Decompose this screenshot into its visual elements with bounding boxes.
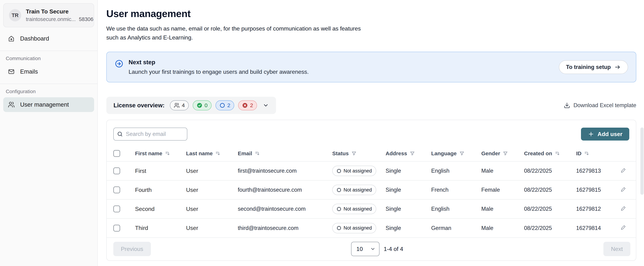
column-label: Created on (524, 150, 552, 157)
column-label: ID (576, 150, 582, 157)
cell-language: English (431, 161, 481, 180)
edit-icon[interactable] (620, 167, 626, 173)
sort-icon (555, 151, 560, 156)
status-label: Not assigned (344, 225, 372, 231)
row-checkbox[interactable] (113, 225, 120, 232)
edit-icon[interactable] (620, 224, 626, 230)
row-checkbox[interactable] (113, 167, 120, 174)
download-label: Download Excel template (574, 102, 636, 109)
table-toolbar: Add user (107, 120, 636, 146)
badge-failed: 2 (238, 100, 257, 110)
to-training-setup-button[interactable]: To training setup (559, 60, 628, 74)
cell-first-name: Second (135, 199, 186, 219)
edit-icon[interactable] (620, 205, 626, 211)
x-circle-icon (242, 102, 248, 108)
circle-icon (220, 102, 225, 108)
sidebar: TR Train To Secure traintosecure.onmic..… (0, 0, 98, 266)
column-label: Last name (186, 150, 213, 157)
arrow-right-circle-icon (114, 59, 124, 68)
table-row: Third User third@traintosecure.com Not a… (107, 219, 636, 238)
pagination: Previous 10 1-4 of 4 Next (107, 238, 636, 261)
column-header-status[interactable]: Status (332, 150, 357, 157)
row-checkbox[interactable] (113, 206, 120, 212)
sidebar-item-emails[interactable]: Emails (3, 64, 94, 79)
cell-gender: Female (481, 180, 524, 199)
cell-gender: Male (481, 219, 524, 238)
badge-value: 0 (204, 102, 208, 108)
column-label: Status (332, 150, 349, 157)
table-row: First User first@traintosecure.com Not a… (107, 161, 636, 180)
badge-pending: 2 (216, 100, 234, 110)
arrow-right-icon (614, 64, 621, 70)
to-training-setup-label: To training setup (566, 64, 611, 70)
sidebar-item-dashboard[interactable]: Dashboard (3, 31, 94, 46)
sidebar-section-communication: Communication (6, 56, 94, 61)
filter-icon (410, 151, 415, 156)
pagination-range: 1-4 of 4 (384, 246, 403, 252)
edit-icon[interactable] (620, 186, 626, 192)
sidebar-item-user-management[interactable]: User management (3, 97, 94, 112)
column-header-language[interactable]: Language (431, 150, 464, 157)
circle-icon (336, 207, 342, 212)
badge-value: 2 (227, 102, 230, 108)
cell-gender: Male (481, 161, 524, 180)
license-row: License overview: 4 0 2 2 (106, 97, 636, 114)
sort-icon (584, 151, 590, 156)
app-root: TR Train To Secure traintosecure.onmic..… (0, 0, 644, 266)
filter-icon (503, 151, 508, 156)
status-badge: Not assigned (332, 166, 376, 176)
org-name: Train To Secure (26, 8, 88, 15)
scrollbar-thumb[interactable] (640, 127, 644, 195)
main-content: User management We use the data such as … (98, 0, 644, 266)
mail-icon (8, 68, 15, 75)
add-user-label: Add user (598, 131, 622, 137)
sort-icon (255, 151, 260, 156)
users-table-card: Add user First name Last name Email Stat… (106, 120, 636, 261)
column-header-gender[interactable]: Gender (481, 150, 508, 157)
avatar: TR (9, 9, 21, 21)
status-badge: Not assigned (332, 223, 376, 233)
sidebar-divider (0, 84, 97, 84)
cell-last-name: User (186, 180, 238, 199)
cell-created-on: 08/22/2025 (524, 199, 576, 219)
column-header-id[interactable]: ID (576, 150, 590, 157)
page-size-select[interactable]: 10 (351, 242, 380, 256)
cell-first-name: Fourth (135, 180, 186, 199)
column-header-email[interactable]: Email (238, 150, 260, 157)
column-header-last-name[interactable]: Last name (186, 150, 220, 157)
cell-address: Single (386, 161, 431, 180)
org-switcher[interactable]: TR Train To Secure traintosecure.onmic..… (3, 3, 94, 27)
cell-first-name: First (135, 161, 186, 180)
previous-button[interactable]: Previous (113, 242, 151, 256)
download-excel-template-link[interactable]: Download Excel template (564, 102, 636, 109)
column-label: Language (431, 150, 457, 157)
users-table: First name Last name Email Status Addres… (107, 146, 636, 238)
sidebar-section-configuration: Configuration (6, 89, 94, 94)
status-label: Not assigned (344, 168, 372, 174)
org-number: 58306 (79, 16, 94, 22)
chevron-down-icon[interactable] (263, 102, 269, 108)
sidebar-item-label: User management (20, 101, 69, 108)
column-header-address[interactable]: Address (386, 150, 415, 157)
status-label: Not assigned (344, 187, 372, 193)
select-all-checkbox[interactable] (113, 150, 120, 157)
circle-icon (336, 188, 342, 192)
search-input[interactable] (113, 128, 187, 141)
sort-icon (165, 151, 170, 156)
org-domain: traintosecure.onmic... (26, 16, 76, 22)
circle-icon (336, 226, 342, 231)
column-header-first-name[interactable]: First name (135, 150, 170, 157)
download-icon (564, 102, 570, 109)
circle-icon (336, 169, 342, 173)
column-header-created-on[interactable]: Created on (524, 150, 560, 157)
next-step-banner: Next step Launch your first trainings to… (106, 52, 636, 82)
row-checkbox[interactable] (113, 187, 120, 193)
sidebar-item-label: Dashboard (20, 35, 49, 42)
badge-value: 2 (250, 102, 253, 108)
add-user-button[interactable]: Add user (581, 128, 629, 141)
cell-id: 16279815 (576, 180, 620, 199)
next-button[interactable]: Next (604, 242, 630, 256)
cell-language: English (431, 199, 481, 219)
home-icon (8, 35, 15, 42)
cell-id: 16279813 (576, 161, 620, 180)
